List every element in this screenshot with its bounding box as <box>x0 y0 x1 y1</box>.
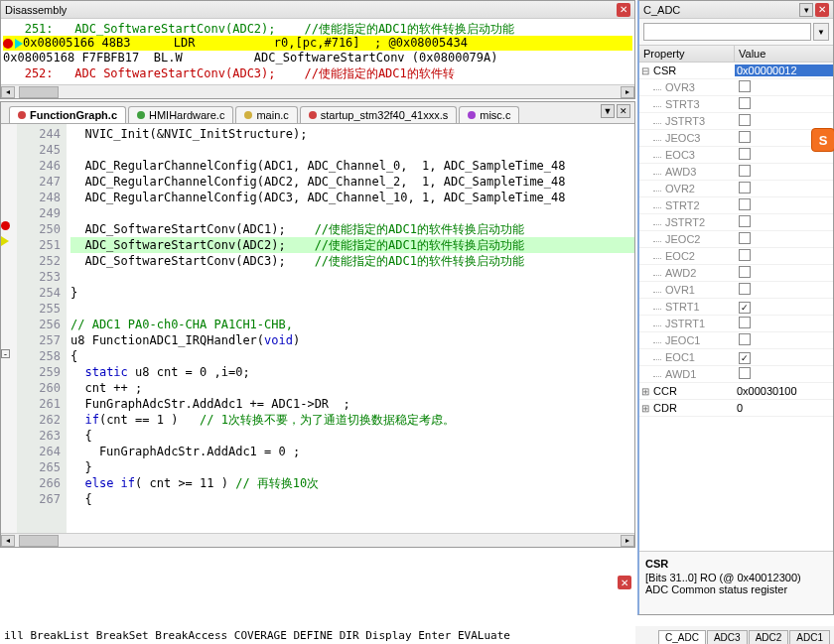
tab-startup_stm32f40_41xxx-s[interactable]: startup_stm32f40_41xxx.s <box>300 106 457 123</box>
checkbox-icon[interactable] <box>739 232 751 244</box>
scroll-left-icon[interactable]: ◂ <box>1 535 15 547</box>
scroll-left-icon[interactable]: ◂ <box>1 86 15 98</box>
prop-value[interactable] <box>735 351 833 364</box>
code-line[interactable]: u8 FunctionADC1_IRQHandler(void) <box>70 332 634 348</box>
prop-value[interactable] <box>735 317 833 330</box>
peripheral-tab-adc2[interactable]: ADC2 <box>749 630 789 644</box>
tree-toggle-icon[interactable]: ⊟ <box>639 65 651 76</box>
disasm-body[interactable]: 251: ADC_SoftwareStartConv(ADC2); //使能指定… <box>1 19 634 82</box>
code-line[interactable]: } <box>70 459 634 475</box>
checkbox-icon[interactable] <box>739 148 751 160</box>
code-line[interactable]: cnt ++ ; <box>70 380 634 396</box>
property-row-ovr2[interactable]: OVR2 <box>639 181 833 197</box>
sogou-ime-badge[interactable]: S <box>811 128 834 152</box>
property-table[interactable]: ⊟CSR0x00000012OVR3STRT3JSTRT3JEOC3EOC3AW… <box>639 63 833 417</box>
code-line[interactable] <box>70 142 634 158</box>
checkbox-icon[interactable] <box>739 249 751 261</box>
scroll-right-icon[interactable]: ▸ <box>621 535 634 547</box>
margin-cell[interactable] <box>1 156 17 172</box>
property-row-jstrt3[interactable]: JSTRT3 <box>639 113 833 130</box>
disasm-line[interactable]: 252: ADC SoftwareStartConv(ADC3); //使能指定… <box>3 65 632 80</box>
code-line[interactable]: else if( cnt >= 11 ) // 再转换10次 <box>70 475 634 491</box>
breakpoint-margin[interactable]: - <box>1 124 17 533</box>
checkbox-icon[interactable] <box>739 114 751 126</box>
breakpoint-icon[interactable] <box>1 221 10 230</box>
property-row-strt1[interactable]: STRT1 <box>639 299 833 316</box>
code-body[interactable]: NVIC_Init(&NVIC_InitStructure); ADC_Regu… <box>67 124 634 533</box>
code-line[interactable]: FunGraphAdcStr.AddAdc1 += ADC1->DR ; <box>70 396 634 412</box>
checkbox-icon[interactable] <box>739 352 751 364</box>
property-row-csr[interactable]: ⊟CSR0x00000012 <box>639 63 833 79</box>
scroll-right-icon[interactable]: ▸ <box>621 86 634 98</box>
code-line[interactable]: { <box>70 491 634 507</box>
margin-cell[interactable] <box>1 251 17 267</box>
prop-value[interactable]: 0 <box>735 402 833 414</box>
code-line[interactable]: ADC_RegularChannelConfig(ADC3, ADC_Chann… <box>70 190 634 205</box>
property-row-jstrt1[interactable]: JSTRT1 <box>639 316 833 332</box>
code-line[interactable]: ADC_SoftwareStartConv(ADC1); //使能指定的ADC1… <box>70 221 634 237</box>
checkbox-icon[interactable] <box>739 302 751 314</box>
code-line[interactable]: { <box>70 348 634 364</box>
margin-cell[interactable] <box>1 410 17 426</box>
prop-value[interactable] <box>735 367 833 381</box>
editor-hscroll[interactable]: ◂ ▸ <box>1 533 634 547</box>
cadc-pin-icon[interactable]: ▾ <box>799 3 813 17</box>
filter-dropdown-icon[interactable]: ▼ <box>813 23 829 41</box>
tree-toggle-icon[interactable]: ⊞ <box>639 386 651 397</box>
checkbox-icon[interactable] <box>739 215 751 227</box>
prop-value[interactable] <box>735 333 833 347</box>
margin-cell[interactable] <box>1 219 17 235</box>
checkbox-icon[interactable] <box>739 97 751 109</box>
fold-icon[interactable]: - <box>1 349 10 358</box>
property-row-strt2[interactable]: STRT2 <box>639 197 833 214</box>
property-row-jeoc1[interactable]: JEOC1 <box>639 332 833 349</box>
property-row-awd1[interactable]: AWD1 <box>639 366 833 383</box>
tab-close-icon[interactable]: ✕ <box>617 104 630 118</box>
code-line[interactable]: ADC_RegularChannelConfig(ADC2, ADC_Chann… <box>70 174 634 190</box>
code-line[interactable]: ADC_SoftwareStartConv(ADC3); //使能指定的ADC1… <box>70 253 634 269</box>
tab-misc-c[interactable]: misc.c <box>459 106 519 123</box>
prop-value[interactable] <box>735 266 833 280</box>
code-line[interactable]: ADC_RegularChannelConfig(ADC1, ADC_Chann… <box>70 158 634 174</box>
tab-hmihardware-c[interactable]: HMIHardware.c <box>128 106 233 123</box>
property-row-eoc3[interactable]: EOC3 <box>639 147 833 164</box>
margin-cell[interactable] <box>1 362 17 378</box>
margin-cell[interactable] <box>1 473 17 489</box>
checkbox-icon[interactable] <box>739 198 751 210</box>
checkbox-icon[interactable] <box>739 266 751 278</box>
code-line[interactable]: ADC_SoftwareStartConv(ADC2); //使能指定的ADC1… <box>70 237 634 253</box>
property-row-jstrt2[interactable]: JSTRT2 <box>639 214 833 231</box>
prop-value[interactable] <box>735 198 833 212</box>
margin-cell[interactable] <box>1 394 17 410</box>
checkbox-icon[interactable] <box>739 283 751 295</box>
tab-main-c[interactable]: main.c <box>235 106 297 123</box>
prop-value[interactable] <box>735 232 833 246</box>
prop-value[interactable] <box>735 97 833 111</box>
cadc-close-icon[interactable]: ✕ <box>815 3 829 17</box>
property-row-eoc1[interactable]: EOC1 <box>639 349 833 366</box>
disasm-line[interactable]: 0x08005168 F7FBFB17 BL.W ADC_SoftwareSta… <box>3 51 632 65</box>
code-area[interactable]: - 24424524624724824925025125225325425525… <box>1 124 634 533</box>
margin-cell[interactable] <box>1 442 17 457</box>
property-row-strt3[interactable]: STRT3 <box>639 96 833 113</box>
tab-menu-icon[interactable]: ▼ <box>601 104 615 118</box>
property-row-awd3[interactable]: AWD3 <box>639 164 833 181</box>
code-line[interactable]: static u8 cnt = 0 ,i=0; <box>70 364 634 380</box>
checkbox-icon[interactable] <box>739 165 751 177</box>
margin-cell[interactable] <box>1 426 17 442</box>
property-row-eoc2[interactable]: EOC2 <box>639 248 833 265</box>
margin-cell[interactable]: - <box>1 346 17 362</box>
margin-cell[interactable] <box>1 330 17 346</box>
code-line[interactable]: { <box>70 428 634 444</box>
margin-cell[interactable] <box>1 140 17 156</box>
margin-cell[interactable] <box>1 267 17 283</box>
scroll-thumb[interactable] <box>19 86 59 98</box>
property-row-cdr[interactable]: ⊞CDR0 <box>639 400 833 417</box>
margin-cell[interactable] <box>1 489 17 505</box>
code-line[interactable]: NVIC_Init(&NVIC_InitStructure); <box>70 126 634 142</box>
prop-value[interactable] <box>735 80 833 94</box>
prop-value[interactable]: 0x00000012 <box>735 64 833 76</box>
disasm-line[interactable]: 251: ADC_SoftwareStartConv(ADC2); //使能指定… <box>3 21 632 36</box>
margin-cell[interactable] <box>1 172 17 188</box>
checkbox-icon[interactable] <box>739 80 751 92</box>
